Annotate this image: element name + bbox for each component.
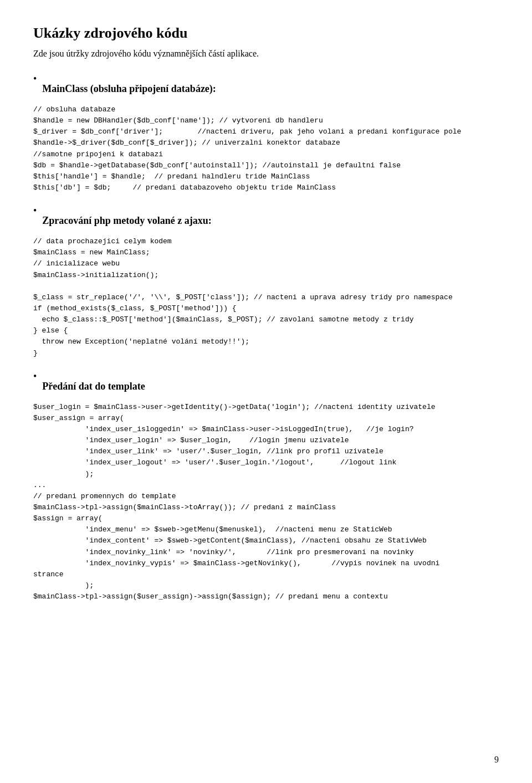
section-template-code: $user_login = $mainClass->user->getIdent… bbox=[33, 402, 499, 603]
section-mainclass-title: MainClass (obsluha připojení databáze): bbox=[42, 81, 216, 96]
bullet-icon: • bbox=[33, 71, 37, 86]
bullet-icon-ajax: • bbox=[33, 203, 37, 218]
page-subtitle: Zde jsou útržky zdrojového kódu významně… bbox=[33, 47, 499, 60]
section-mainclass: • MainClass (obsluha připojení databáze)… bbox=[33, 71, 499, 193]
section-ajax-code: // data prochazejici celym kodem $mainCl… bbox=[33, 236, 499, 359]
section-mainclass-code: // obsluha databaze $handle = new DBHand… bbox=[33, 104, 499, 193]
bullet-icon-template: • bbox=[33, 369, 37, 384]
section-ajax-title: Zpracování php metody volané z ajaxu: bbox=[42, 213, 212, 228]
section-template-title: Předání dat do template bbox=[42, 379, 145, 394]
section-template: • Předání dat do template $user_login = … bbox=[33, 369, 499, 603]
page-number: 9 bbox=[494, 753, 499, 766]
section-ajax: • Zpracování php metody volané z ajaxu: … bbox=[33, 203, 499, 359]
page-title: Ukázky zdrojového kódu bbox=[33, 22, 499, 44]
